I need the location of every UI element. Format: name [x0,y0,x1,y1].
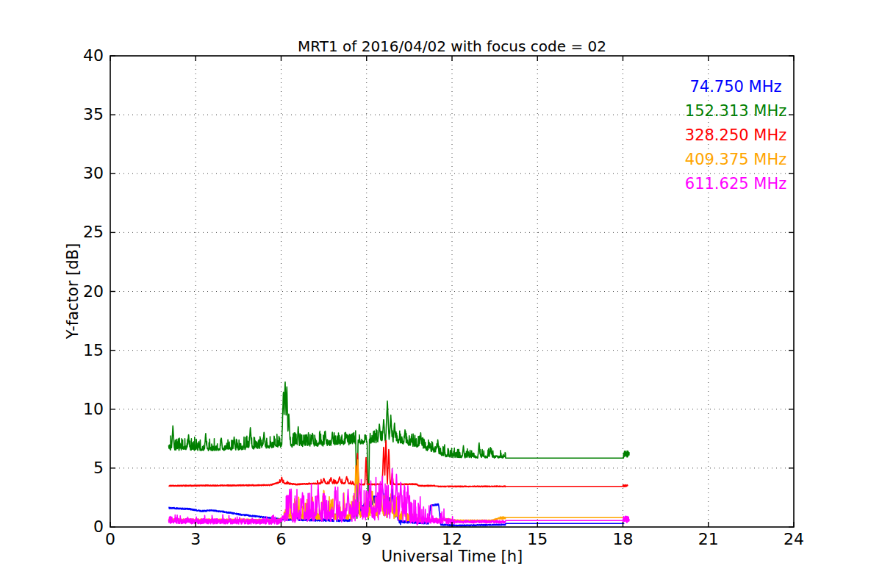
x-tick-label: 18 [601,530,645,548]
y-tick-label: 20 [45,283,104,301]
legend-item: 152.313 MHz [662,99,809,123]
series-line-409.375-MHz [168,460,624,522]
legend-item: 74.750 MHz [662,75,809,99]
x-axis-label: Universal Time [h] [110,548,794,565]
y-tick-label: 10 [45,401,104,418]
legend-item: 328.250 MHz [662,123,809,148]
legend-item: 611.625 MHz [662,172,809,196]
y-tick-label: 40 [45,47,104,65]
legend-item: 409.375 MHz [662,148,809,172]
x-tick-label: 15 [515,530,559,548]
x-tick-label: 3 [173,530,218,548]
series-line-611.625-MHz [168,469,629,525]
y-tick-label: 0 [45,518,104,536]
y-tick-label: 25 [45,223,104,241]
x-tick-label: 21 [686,530,731,548]
chart-figure: MRT1 of 2016/04/02 with focus code = 02 … [0,0,882,588]
y-tick-label: 5 [45,459,104,477]
y-tick-label: 35 [45,106,104,123]
x-tick-label: 6 [259,530,304,548]
x-tick-label: 24 [772,530,816,548]
chart-title: MRT1 of 2016/04/02 with focus code = 02 [110,37,794,55]
y-tick-label: 30 [45,165,104,182]
legend: 74.750 MHz152.313 MHz328.250 MHz409.375 … [662,75,809,196]
x-tick-label: 12 [430,530,474,548]
x-tick-label: 9 [345,530,389,548]
y-tick-label: 15 [45,342,104,359]
